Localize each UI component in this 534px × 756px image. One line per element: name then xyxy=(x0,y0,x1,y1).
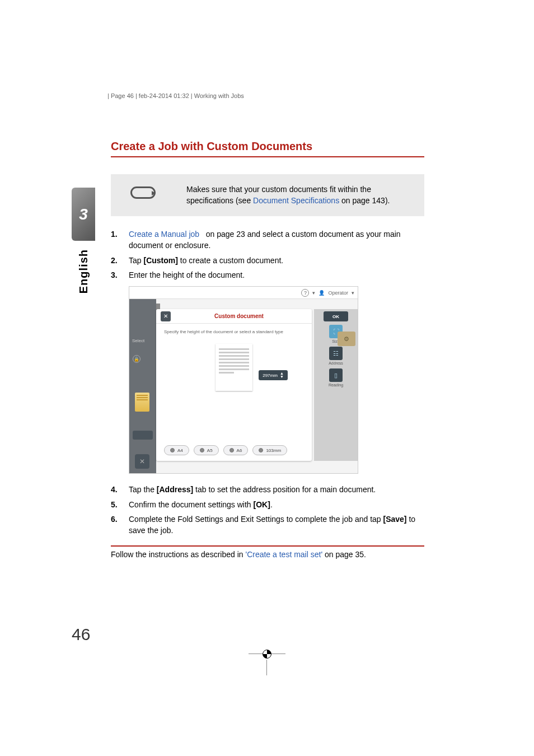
step-3: Enter the height of the document. xyxy=(111,269,424,281)
chip-label: 103mm xyxy=(266,448,281,453)
height-value: 297mm xyxy=(263,373,278,378)
tab-label: Address xyxy=(322,361,350,365)
note-arrow-icon xyxy=(130,186,156,199)
dropdown-caret-icon[interactable]: ▾ xyxy=(312,290,315,296)
chip-a4[interactable]: A4 xyxy=(164,445,189,455)
modal-close-button[interactable]: ✕ xyxy=(161,311,171,321)
advanced-button[interactable]: ⚙ xyxy=(338,332,355,346)
modal-header: ✕ Custom document xyxy=(156,309,312,324)
step-6a: Complete the Fold Settings and Exit Sett… xyxy=(129,515,383,524)
step-2b: [Custom] xyxy=(143,256,177,265)
address-icon: ☷ xyxy=(329,347,343,360)
dropdown-caret-icon[interactable]: ▾ xyxy=(352,290,354,296)
create-manual-job-link[interactable]: Create a Manual job xyxy=(129,230,199,239)
radio-icon xyxy=(229,448,234,452)
doc-specs-link[interactable]: Document Specifications xyxy=(253,196,339,205)
chip-label: A6 xyxy=(237,448,242,453)
registration-mark-icon xyxy=(259,650,275,678)
note-text: Makes sure that your custom documents fi… xyxy=(186,184,413,206)
select-label: Select xyxy=(132,338,144,343)
tab-label: Reading xyxy=(322,383,350,387)
radio-icon xyxy=(170,448,175,452)
main-content: Create a Job with Custom Documents Makes… xyxy=(111,140,424,560)
device-sidebar: Select 🔒 ✕ xyxy=(129,299,156,473)
language-vertical-label: English xyxy=(77,249,90,293)
step-2: Tap [Custom] to create a custom document… xyxy=(111,255,424,266)
step-4: Tap the [Address] tab to set the address… xyxy=(111,484,424,495)
operator-label[interactable]: Operator xyxy=(328,290,348,296)
modal-title: Custom document xyxy=(171,313,307,319)
section-title: Create a Job with Custom Documents xyxy=(111,140,424,157)
sidebar-small-button[interactable] xyxy=(133,431,153,440)
radio-icon xyxy=(200,448,204,452)
sheet-icon xyxy=(216,344,252,391)
note-box: Makes sure that your custom documents fi… xyxy=(111,174,424,216)
height-input[interactable]: 297mm ▲▼ xyxy=(259,370,288,380)
page-number: 46 xyxy=(72,625,90,644)
step-6: Complete the Fold Settings and Exit Sett… xyxy=(111,514,424,536)
chapter-number-tab: 3 xyxy=(72,188,95,241)
user-icon: 👤 xyxy=(318,290,325,296)
chip-a6[interactable]: A6 xyxy=(223,445,249,455)
chip-103mm[interactable]: 103mm xyxy=(252,445,287,455)
chip-a5[interactable]: A5 xyxy=(194,445,219,455)
step-4c: tab to set the address position for a ma… xyxy=(193,485,376,494)
step-2a: Tap xyxy=(129,256,143,265)
step-4b: [Address] xyxy=(157,485,193,494)
step-5a: Confirm the document settings with xyxy=(129,500,254,509)
modal-right-panel: OK ⚙ ⛶ Size ☷ Address ▯ Reading xyxy=(314,309,358,461)
step-1: Create a Manual job on page 23 and selec… xyxy=(111,228,424,251)
stepper-icon[interactable]: ▲▼ xyxy=(280,372,284,379)
test-mail-set-link[interactable]: 'Create a test mail set' xyxy=(245,550,322,559)
step-5: Confirm the document settings with [OK]. xyxy=(111,499,424,510)
device-screenshot: ? ▾ 👤 Operator ▾ ▦ Job Select 🔒 ✕ ✕ Cust… xyxy=(129,286,358,474)
step-2c: to create a custom document. xyxy=(178,256,283,265)
custom-document-modal: ✕ Custom document Specify the height of … xyxy=(156,309,312,461)
chip-label: A4 xyxy=(177,448,183,453)
header-meta: | Page 46 | feb-24-2014 01:32 | Working … xyxy=(107,92,244,99)
steps-list: Create a Manual job on page 23 and selec… xyxy=(111,228,424,281)
tab-reading[interactable]: ▯ Reading xyxy=(322,368,350,387)
document-stack-icon xyxy=(135,393,149,412)
follow-pre: Follow the instructions as described in xyxy=(111,550,245,559)
chip-label: A5 xyxy=(207,448,213,453)
step-6b: [Save] xyxy=(383,515,407,524)
lock-icon: 🔒 xyxy=(133,355,140,363)
device-statusbar: ? ▾ 👤 Operator ▾ xyxy=(129,287,358,299)
sidebar-close-button[interactable]: ✕ xyxy=(135,454,149,469)
preset-chips: A4 A5 A6 103mm xyxy=(156,445,312,455)
step-5c: . xyxy=(270,500,273,509)
reading-icon: ▯ xyxy=(329,368,343,382)
follow-instructions: Follow the instructions as described in … xyxy=(111,545,424,560)
step-4a: Tap the xyxy=(129,485,157,494)
help-icon[interactable]: ? xyxy=(301,289,309,297)
steps-list-cont: Tap the [Address] tab to set the address… xyxy=(111,484,424,536)
document-preview: 297mm ▲▼ xyxy=(206,342,262,393)
modal-subtitle: Specify the height of the document or se… xyxy=(156,324,312,334)
radio-icon xyxy=(259,448,263,452)
tab-address[interactable]: ☷ Address xyxy=(322,347,350,365)
follow-post: on page 35. xyxy=(322,550,366,559)
ok-button[interactable]: OK xyxy=(324,311,348,321)
step-5b: [OK] xyxy=(254,500,270,509)
note-text-post: on page 143). xyxy=(339,196,390,205)
